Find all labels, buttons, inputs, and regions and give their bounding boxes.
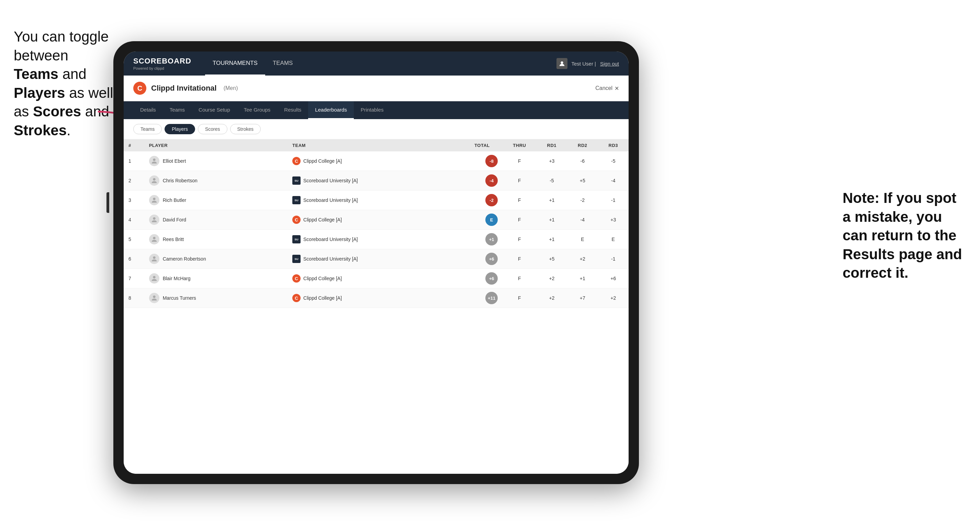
team-name: Clippd College [A] (303, 158, 342, 164)
nav-link-tournaments[interactable]: TOURNAMENTS (205, 51, 265, 76)
toggle-teams[interactable]: Teams (133, 124, 162, 134)
score-badge: -4 (485, 175, 498, 187)
toggle-scores[interactable]: Scores (198, 124, 228, 134)
team-name: Clippd College [A] (303, 295, 342, 301)
cell-rd1: +1 (536, 190, 567, 210)
tab-printables[interactable]: Printables (354, 101, 391, 119)
table-row: 8 Marcus Turners C Clippd College [A] +1… (124, 288, 628, 308)
team-name: Clippd College [A] (303, 276, 342, 281)
player-name: Marcus Turners (163, 295, 196, 301)
cancel-button[interactable]: Cancel ✕ (595, 85, 619, 92)
team-logo: SU (292, 176, 301, 185)
cell-total: -8 (462, 151, 503, 171)
nav-link-teams[interactable]: TEAMS (265, 51, 301, 76)
tab-teams[interactable]: Teams (163, 101, 192, 119)
toggle-strokes[interactable]: Strokes (230, 124, 261, 134)
player-avatar (149, 234, 159, 244)
player-avatar (149, 293, 159, 303)
svg-point-3 (153, 178, 155, 181)
team-logo: SU (292, 196, 301, 204)
cell-rd3: -5 (598, 151, 628, 171)
cell-thru: F (503, 288, 536, 308)
player-avatar (149, 273, 159, 284)
cell-rd3: +2 (598, 288, 628, 308)
team-logo: C (292, 157, 301, 165)
top-nav: SCOREBOARD Powered by clippd TOURNAMENTS… (124, 51, 628, 76)
cell-total: +6 (462, 269, 503, 288)
table-row: 3 Rich Butler SU Scoreboard University [… (124, 190, 628, 210)
cell-thru: F (503, 269, 536, 288)
table-row: 7 Blair McHarg C Clippd College [A] +6 F (124, 269, 628, 288)
cell-rank: 1 (124, 151, 144, 171)
user-avatar (557, 58, 568, 69)
tab-results[interactable]: Results (277, 101, 308, 119)
team-logo: C (292, 216, 301, 224)
cell-rd1: +5 (536, 249, 567, 269)
cell-rd1: +2 (536, 269, 567, 288)
nav-links: TOURNAMENTS TEAMS (205, 51, 557, 76)
cell-rd2: +1 (567, 269, 598, 288)
score-badge: +6 (485, 253, 498, 265)
col-rd3: RD3 (598, 140, 628, 151)
svg-point-9 (153, 295, 155, 298)
toggle-players[interactable]: Players (164, 124, 195, 134)
svg-point-7 (153, 256, 155, 259)
cell-team: C Clippd College [A] (288, 288, 462, 308)
cell-rd3: +3 (598, 210, 628, 230)
svg-point-2 (153, 159, 155, 161)
score-badge: E (485, 214, 498, 226)
close-icon: ✕ (614, 85, 619, 92)
team-name: Scoreboard University [A] (303, 237, 358, 242)
score-badge: -8 (485, 155, 498, 167)
cell-rd2: -6 (567, 151, 598, 171)
cell-rank: 7 (124, 269, 144, 288)
cell-rank: 6 (124, 249, 144, 269)
cell-team: C Clippd College [A] (288, 151, 462, 171)
table-row: 4 David Ford C Clippd College [A] E F (124, 210, 628, 230)
tablet-screen: SCOREBOARD Powered by clippd TOURNAMENTS… (124, 51, 628, 474)
cell-total: -4 (462, 171, 503, 190)
player-name: Rees Britt (163, 237, 184, 242)
leaderboard-table: # PLAYER TEAM TOTAL THRU RD1 RD2 RD3 1 (124, 140, 628, 308)
cell-total: +6 (462, 249, 503, 269)
cell-total: E (462, 210, 503, 230)
team-logo: SU (292, 235, 301, 243)
team-name: Clippd College [A] (303, 217, 342, 222)
score-badge: +6 (485, 272, 498, 285)
tab-course-setup[interactable]: Course Setup (192, 101, 237, 119)
team-name: Scoreboard University [A] (303, 178, 358, 183)
cell-rank: 8 (124, 288, 144, 308)
tab-tee-groups[interactable]: Tee Groups (237, 101, 278, 119)
cell-thru: F (503, 230, 536, 249)
tab-leaderboards[interactable]: Leaderboards (308, 101, 354, 119)
player-name: Rich Butler (163, 197, 186, 203)
player-avatar (149, 254, 159, 264)
cell-rank: 3 (124, 190, 144, 210)
user-name: Test User | (571, 61, 596, 67)
logo-sub: Powered by clippd (133, 66, 191, 70)
cell-thru: F (503, 190, 536, 210)
cell-player: Rees Britt (144, 230, 288, 249)
cell-rd3: -1 (598, 249, 628, 269)
score-badge: +1 (485, 233, 498, 246)
col-rd2: RD2 (567, 140, 598, 151)
table-row: 1 Elliot Ebert C Clippd College [A] -8 F (124, 151, 628, 171)
cell-team: SU Scoreboard University [A] (288, 230, 462, 249)
cell-rd2: -2 (567, 190, 598, 210)
team-logo: SU (292, 255, 301, 263)
cell-rank: 4 (124, 210, 144, 230)
content-area: C Clippd Invitational (Men) Cancel ✕ Det… (124, 76, 628, 474)
tab-details[interactable]: Details (133, 101, 163, 119)
col-player: PLAYER (144, 140, 288, 151)
cell-rd1: +2 (536, 288, 567, 308)
col-rank: # (124, 140, 144, 151)
cell-total: +11 (462, 288, 503, 308)
nav-user: Test User | Sign out (557, 58, 619, 69)
sign-out-link[interactable]: Sign out (600, 61, 619, 67)
player-avatar (149, 214, 159, 225)
svg-point-8 (153, 276, 155, 278)
cell-player: Blair McHarg (144, 269, 288, 288)
cell-rd2: E (567, 230, 598, 249)
svg-point-1 (561, 62, 563, 64)
cell-rd2: +2 (567, 249, 598, 269)
